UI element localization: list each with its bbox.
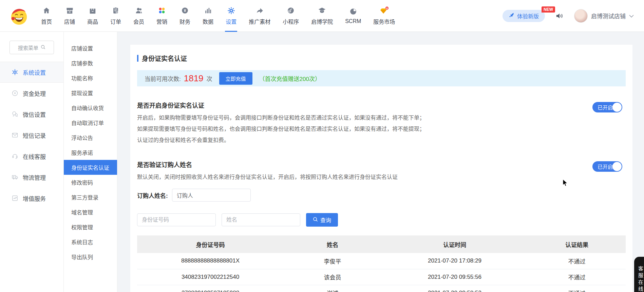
store-menu[interactable]: 启博测试店铺 (574, 9, 634, 23)
submenu-item[interactable]: 修改密码 (64, 175, 117, 190)
submenu-item[interactable]: 服务承诺 (64, 145, 117, 160)
nav-item-miniprogram[interactable]: 小程序 (282, 0, 300, 32)
app-logo-icon[interactable] (9, 6, 29, 26)
nav-item-finance[interactable]: ¥ 财务 (178, 0, 191, 32)
nav-item-settings[interactable]: 设置 (225, 0, 238, 32)
sidebar-item-funds[interactable]: ¥ 资金处理 (0, 83, 63, 104)
submenu-item[interactable]: 功能名称 (64, 70, 117, 85)
buyer-name-input[interactable] (172, 189, 251, 202)
customer-service-badge[interactable]: 客服在线 (634, 257, 644, 292)
submenu-item[interactable]: 店铺设置 (64, 41, 117, 56)
bar-chart-icon (204, 6, 212, 15)
settings-submenu: 店铺设置 店铺参数 功能名称 提现设置 自动确认收货 自动取消订单 浮动公告 服… (64, 32, 117, 292)
nav-item-home[interactable]: 首页 (40, 0, 53, 32)
main-area: 身份证实名认证 当前可用次数: 1819 次 立即充值 （首次充值赠送200次）… (117, 32, 644, 292)
nav-label: 财务 (179, 17, 190, 25)
headset-icon (12, 153, 18, 160)
sidebar-item-label: 在线客服 (23, 152, 46, 161)
cell-result: 不通过 (528, 253, 626, 269)
sidebar-item-logistics[interactable]: 物流管理 (0, 167, 63, 188)
search-placeholder: 搜索菜单 (18, 44, 38, 51)
nav-item-market[interactable]: H 服务市场 (372, 0, 396, 32)
submenu-item[interactable]: 提现设置 (64, 85, 117, 100)
credit-unit: 次 (207, 74, 212, 83)
sidebar-item-system-settings[interactable]: 系统设置 (0, 62, 63, 83)
nav-item-promo[interactable]: 推广素材 (248, 0, 271, 32)
chart-box-icon (12, 195, 18, 202)
gem-icon: H (379, 6, 389, 15)
nav-label: 启博学院 (311, 17, 333, 25)
table-row: 88888888888888801X 李俊平 2021-07-20 17:08:… (137, 253, 626, 269)
toggle-label: 已开启 (598, 104, 613, 111)
table-header-row: 身份证号码 姓名 认证时间 认证结果 (137, 235, 626, 253)
nav-label: 小程序 (283, 17, 299, 25)
cell-id: 340823197002212540 (137, 269, 284, 285)
submenu-item[interactable]: 域名管理 (64, 205, 117, 220)
section-title: 是否验证订购人姓名 (137, 160, 554, 169)
nav-item-academy[interactable]: 启博学院 (310, 0, 334, 32)
submenu-item-id-verification[interactable]: 身份证实名认证 (64, 160, 117, 175)
sidebar-item-label: 微信设置 (23, 110, 46, 119)
nav-item-goods[interactable]: 商品 (86, 0, 99, 32)
bonus-note: （首次充值赠送200次） (259, 74, 321, 83)
svg-text:¥: ¥ (14, 91, 16, 95)
table-row: 340823197002212540 该会员 2021-07-20 09:55:… (137, 269, 626, 285)
rocket-icon (509, 12, 514, 19)
search-button[interactable]: 查询 (306, 213, 338, 227)
speaker-icon[interactable] (555, 12, 564, 20)
nav-label: 推广素材 (249, 17, 270, 25)
nav-label: 营销 (156, 17, 167, 25)
col-time: 认证时间 (381, 235, 528, 253)
recharge-button[interactable]: 立即充值 (219, 72, 252, 85)
submenu-item[interactable]: 自动确认收货 (64, 100, 117, 115)
cell-id: 88888888888888801X (137, 253, 284, 269)
enable-verification-toggle[interactable]: 已开启 (592, 102, 622, 112)
yen-circle-icon: ¥ (12, 90, 18, 97)
submenu-item[interactable]: 店铺参数 (64, 56, 117, 70)
nav-item-orders[interactable]: 订单 (109, 0, 122, 32)
credit-count: 1819 (184, 73, 204, 84)
avatar (574, 9, 588, 23)
desc-line: 开启后，如果购物需要填写身份证号码，会调用接口判断身份证和姓名是否通过实名认证，… (137, 112, 554, 123)
sidebar-item-wechat[interactable]: 微信设置 (0, 104, 63, 125)
svg-text:H: H (386, 7, 388, 9)
sidebar-item-label: 资金处理 (23, 89, 46, 98)
wechat-icon (12, 111, 18, 118)
verify-buyer-name-toggle[interactable]: 已开启 (592, 161, 622, 172)
nav-item-members[interactable]: 会员 (132, 0, 145, 32)
envelope-icon (12, 132, 18, 139)
submenu-item[interactable]: 导出队列 (64, 249, 117, 264)
name-filter-input[interactable] (222, 213, 300, 226)
submenu-item[interactable]: 自动取消订单 (64, 115, 117, 130)
credit-label: 当前可用次数: (145, 74, 181, 83)
search-icon (41, 45, 45, 50)
submenu-item[interactable]: 系统日志 (64, 234, 117, 249)
nav-item-scrm[interactable]: SCRM (344, 0, 362, 32)
try-new-version-button[interactable]: 体验新版 NEW (503, 10, 545, 22)
svg-text:¥: ¥ (184, 8, 186, 13)
sidebar-item-sms[interactable]: 短信记录 (0, 125, 63, 146)
submenu-item[interactable]: 浮动公告 (64, 130, 117, 145)
nav-label: 订单 (110, 17, 121, 25)
col-name: 姓名 (284, 235, 381, 253)
header-right: 体验新版 NEW 启博测试店铺 (503, 9, 634, 23)
sidebar-item-value-added[interactable]: 增值服务 (0, 188, 63, 209)
cell-result: 不通过 (528, 285, 626, 292)
search-button-label: 查询 (320, 216, 331, 224)
nav-item-shop[interactable]: 店铺 (63, 0, 76, 32)
submenu-item[interactable]: 第三方登录 (64, 190, 117, 205)
nav-item-data[interactable]: 数据 (202, 0, 214, 32)
section-desc: 默认关闭，关闭时按照收货人姓名来进行身份证实名认证，开启后，将按照订购人姓名来进… (137, 171, 554, 183)
try-new-label: 体验新版 (517, 12, 539, 20)
nav-label: 会员 (133, 17, 144, 25)
toggle-knob (612, 162, 622, 171)
gear-icon (227, 6, 235, 15)
storefront-icon (66, 6, 74, 15)
submenu-item[interactable]: 权限管理 (64, 220, 117, 234)
cell-result: 不通过 (528, 269, 626, 285)
sidebar-item-online-service[interactable]: 在线客服 (0, 146, 63, 167)
id-number-filter-input[interactable] (137, 213, 216, 226)
chevron-down-icon (629, 13, 634, 19)
nav-item-marketing[interactable]: 营销 (155, 0, 168, 32)
menu-search-input[interactable]: 搜索菜单 (10, 41, 54, 54)
